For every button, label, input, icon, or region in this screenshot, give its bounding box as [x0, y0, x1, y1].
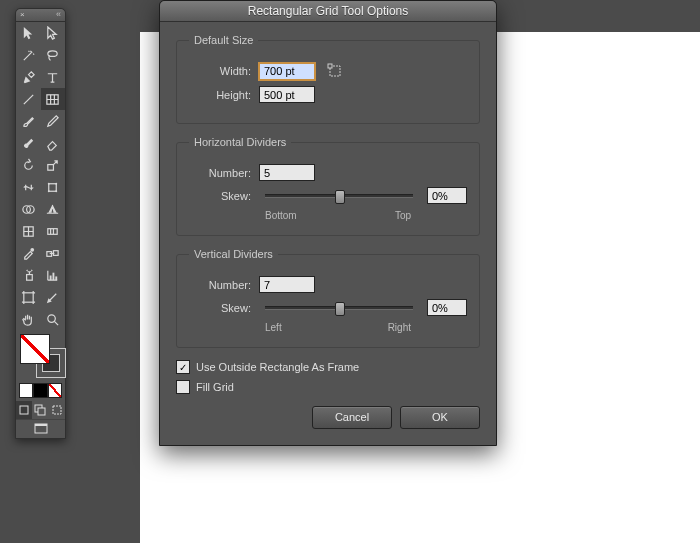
ok-button[interactable]: OK [400, 406, 480, 429]
v-skew-value[interactable] [427, 299, 467, 316]
svg-point-4 [48, 182, 50, 184]
horizontal-legend: Horizontal Dividers [189, 136, 291, 148]
reference-point-icon[interactable] [325, 62, 345, 80]
fill-stroke-control[interactable] [16, 334, 65, 379]
svg-rect-21 [20, 406, 28, 414]
svg-rect-11 [48, 228, 57, 234]
color-mode-solid[interactable] [19, 383, 33, 398]
slider-thumb[interactable] [335, 190, 345, 204]
cancel-button[interactable]: Cancel [312, 406, 392, 429]
default-size-legend: Default Size [189, 34, 258, 46]
svg-point-7 [56, 190, 58, 192]
grid-options-dialog: Rectangular Grid Tool Options Default Si… [159, 0, 497, 446]
v-skew-slider[interactable] [259, 306, 419, 310]
h-number-label: Number: [189, 167, 251, 179]
svg-rect-17 [53, 272, 55, 280]
collapse-icon[interactable]: « [56, 9, 61, 19]
eyedropper-tool[interactable] [16, 242, 41, 264]
fill-grid-label: Fill Grid [196, 381, 234, 393]
default-size-group: Default Size Width: Height: [176, 34, 480, 124]
slider-thumb[interactable] [335, 302, 345, 316]
v-skew-label: Skew: [189, 302, 251, 314]
svg-rect-2 [48, 164, 54, 170]
horizontal-dividers-group: Horizontal Dividers Number: Skew: Bottom… [176, 136, 480, 236]
color-mode-none[interactable] [48, 383, 62, 398]
use-outside-label: Use Outside Rectangle As Frame [196, 361, 359, 373]
type-tool[interactable] [41, 66, 66, 88]
zoom-tool[interactable] [41, 308, 66, 330]
rectangular-grid-tool[interactable] [41, 88, 66, 110]
svg-point-5 [56, 182, 58, 184]
fill-swatch[interactable] [20, 334, 50, 364]
symbol-sprayer-tool[interactable] [16, 264, 41, 286]
eraser-tool[interactable] [41, 132, 66, 154]
checkbox-checked-icon[interactable]: ✓ [176, 360, 190, 374]
draw-normal[interactable] [16, 401, 32, 419]
color-mode-gradient[interactable] [33, 383, 47, 398]
dialog-title[interactable]: Rectangular Grid Tool Options [160, 1, 496, 22]
color-mode-row [16, 379, 65, 401]
height-input[interactable] [259, 86, 315, 103]
vertical-legend: Vertical Dividers [189, 248, 278, 260]
h-skew-left-label: Bottom [265, 210, 297, 221]
svg-rect-3 [49, 183, 57, 191]
close-icon[interactable]: × [20, 9, 25, 20]
v-skew-left-label: Left [265, 322, 282, 333]
svg-point-6 [48, 190, 50, 192]
width-tool[interactable] [16, 176, 41, 198]
mesh-tool[interactable] [16, 220, 41, 242]
blend-tool[interactable] [41, 242, 66, 264]
tools-panel: × « [15, 8, 66, 439]
lasso-tool[interactable] [41, 44, 66, 66]
v-number-input[interactable] [259, 276, 315, 293]
magic-wand-tool[interactable] [16, 44, 41, 66]
vertical-dividers-group: Vertical Dividers Number: Skew: Left Rig… [176, 248, 480, 348]
hand-tool[interactable] [16, 308, 41, 330]
tools-panel-header[interactable]: × « [16, 9, 65, 22]
rotate-tool[interactable] [16, 154, 41, 176]
shape-builder-tool[interactable] [16, 198, 41, 220]
free-transform-tool[interactable] [41, 176, 66, 198]
checkbox-unchecked-icon[interactable] [176, 380, 190, 394]
direct-selection-tool[interactable] [41, 22, 66, 44]
artboard-tool[interactable] [16, 286, 41, 308]
gradient-tool[interactable] [41, 220, 66, 242]
blob-brush-tool[interactable] [16, 132, 41, 154]
h-skew-slider[interactable] [259, 194, 419, 198]
svg-rect-15 [26, 274, 32, 280]
svg-rect-19 [24, 292, 33, 301]
pen-tool[interactable] [16, 66, 41, 88]
height-label: Height: [189, 89, 251, 101]
use-outside-checkbox-row[interactable]: ✓ Use Outside Rectangle As Frame [176, 360, 480, 374]
svg-rect-26 [35, 424, 47, 426]
screen-mode-button[interactable] [16, 420, 65, 438]
selection-tool[interactable] [16, 22, 41, 44]
scale-tool[interactable] [41, 154, 66, 176]
h-skew-label: Skew: [189, 190, 251, 202]
svg-rect-18 [56, 276, 58, 280]
screen-mode-row [16, 419, 65, 438]
width-label: Width: [189, 65, 251, 77]
h-skew-right-label: Top [395, 210, 411, 221]
h-skew-value[interactable] [427, 187, 467, 204]
slice-tool[interactable] [41, 286, 66, 308]
svg-rect-23 [38, 408, 45, 415]
svg-rect-16 [50, 275, 52, 280]
line-tool[interactable] [16, 88, 41, 110]
v-skew-right-label: Right [388, 322, 411, 333]
v-number-label: Number: [189, 279, 251, 291]
pencil-tool[interactable] [41, 110, 66, 132]
svg-rect-28 [328, 64, 332, 68]
paintbrush-tool[interactable] [16, 110, 41, 132]
h-number-input[interactable] [259, 164, 315, 181]
fill-grid-checkbox-row[interactable]: Fill Grid [176, 380, 480, 394]
draw-inside[interactable] [49, 401, 65, 419]
svg-rect-24 [53, 406, 61, 414]
draw-behind[interactable] [32, 401, 48, 419]
draw-mode-row [16, 401, 65, 419]
column-graph-tool[interactable] [41, 264, 66, 286]
perspective-grid-tool[interactable] [41, 198, 66, 220]
width-input[interactable] [259, 63, 315, 80]
svg-point-20 [48, 314, 56, 322]
svg-point-12 [30, 247, 34, 251]
